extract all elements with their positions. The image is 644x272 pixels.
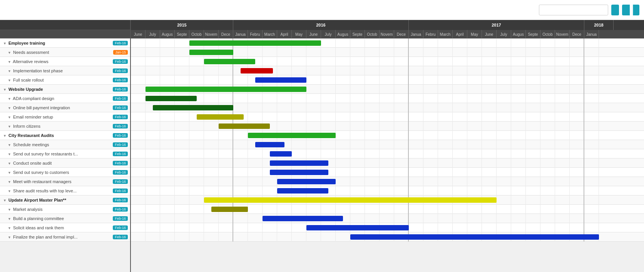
month-col: [277, 48, 292, 57]
month-col: [584, 85, 599, 94]
gantt-bar[interactable]: [211, 207, 248, 212]
month-col: [409, 57, 423, 66]
month-col: [423, 122, 438, 131]
month-col: [204, 140, 219, 149]
month-col: [160, 205, 175, 214]
month-col: [423, 75, 438, 85]
month-col: [189, 195, 204, 205]
gantt-bar[interactable]: [350, 234, 599, 240]
month-col: [570, 140, 584, 149]
gantt-bar[interactable]: [277, 179, 336, 184]
month-col: [453, 205, 467, 214]
gantt-bar[interactable]: [146, 87, 306, 92]
list-item[interactable]: ▼ Meet with restaurant managersFeb-16: [0, 177, 130, 186]
month-col: [306, 149, 321, 159]
month-header-cell: July: [497, 30, 511, 38]
list-item[interactable]: ▼ Share audit results with top leve...Fe…: [0, 186, 130, 195]
search-input[interactable]: [539, 5, 608, 15]
chevron-down-icon: ▼: [8, 51, 11, 55]
month-col: [555, 66, 570, 75]
chevron-down-icon: ▼: [3, 134, 7, 138]
list-item[interactable]: ▼ Employee trainingFeb-16: [0, 38, 130, 48]
list-item[interactable]: ▼ Online bill payment integrationFeb-16: [0, 103, 130, 112]
gantt-bar[interactable]: [189, 40, 321, 46]
gantt-bar[interactable]: [204, 59, 255, 64]
month-col: [248, 214, 263, 223]
gantt-bar[interactable]: [146, 96, 197, 101]
gantt-bar[interactable]: [270, 151, 292, 157]
list-item[interactable]: ▼ Send out survey for restaurants t...Fe…: [0, 149, 130, 159]
list-item[interactable]: ▼ Website UpgradeFeb-16: [0, 85, 130, 94]
list-item[interactable]: ▼ Send out survey to customersFeb-16: [0, 168, 130, 177]
month-col: [160, 214, 175, 223]
list-item[interactable]: ▼ Inform citizensFeb-16: [0, 122, 130, 131]
month-col: [482, 122, 497, 131]
month-col: [160, 195, 175, 205]
list-item[interactable]: ▼ Needs assessmentJan-15: [0, 48, 130, 57]
list-item[interactable]: ▼ Build a planning committeeFeb-16: [0, 214, 130, 223]
gantt-bar[interactable]: [277, 188, 328, 194]
month-col: [511, 112, 526, 122]
chevron-down-icon: ▼: [8, 78, 11, 82]
dropdown-button[interactable]: [633, 5, 639, 15]
gantt-bar[interactable]: [263, 216, 343, 221]
gantt-bar[interactable]: [241, 68, 273, 73]
month-header-cell: Febru: [248, 30, 263, 38]
gantt-bar[interactable]: [255, 142, 284, 147]
month-col: [175, 149, 189, 159]
month-col: [277, 57, 292, 66]
month-col: [526, 112, 540, 122]
gantt-bar[interactable]: [219, 123, 270, 129]
grid-button[interactable]: [622, 5, 630, 15]
month-col: [394, 140, 409, 149]
month-col: [350, 159, 365, 168]
month-col: [570, 75, 584, 85]
month-col: [131, 159, 146, 168]
list-item[interactable]: ▼ Finalize the plan and formal impl...Fe…: [0, 232, 130, 242]
month-col: [277, 223, 292, 232]
month-col: [497, 85, 511, 94]
month-col: [380, 214, 394, 223]
month-col: [497, 94, 511, 103]
list-item[interactable]: ▼ Market analysisFeb-16: [0, 205, 130, 214]
gantt-bar[interactable]: [248, 133, 336, 138]
table-row: [131, 149, 644, 159]
gantt-bar[interactable]: [270, 170, 328, 175]
list-item[interactable]: ▼ Solicit ideas and rank themFeb-16: [0, 223, 130, 232]
month-col: [423, 205, 438, 214]
list-item[interactable]: ▼ Alternative reviewsFeb-16: [0, 57, 130, 66]
gantt-bar[interactable]: [153, 105, 233, 110]
month-col: [336, 112, 350, 122]
month-col: [365, 177, 380, 186]
gantt-bar[interactable]: [306, 225, 409, 230]
list-item[interactable]: ▼ Full scale rolloutFeb-16: [0, 75, 130, 85]
month-col: [540, 66, 555, 75]
gantt-bar[interactable]: [255, 77, 306, 83]
month-col: [365, 159, 380, 168]
list-item[interactable]: ▼ Email reminder setupFeb-16: [0, 112, 130, 122]
star-button[interactable]: [611, 5, 619, 15]
gantt-bar[interactable]: [189, 50, 233, 55]
month-col: [526, 122, 540, 131]
list-item[interactable]: ▼ ADA compliant designFeb-16: [0, 94, 130, 103]
list-item[interactable]: ▼ Update Airport Master Plan**Feb-16: [0, 195, 130, 205]
list-item[interactable]: ▼ Conduct onsite auditFeb-16: [0, 159, 130, 168]
gantt-bar[interactable]: [197, 114, 244, 120]
gantt-bar[interactable]: [204, 197, 497, 203]
month-col: [233, 186, 248, 195]
right-panel: 2015201620172018JuneJulyAugusSepteOctobN…: [131, 20, 644, 272]
gantt-bar[interactable]: [270, 160, 328, 166]
list-item[interactable]: ▼ City Restaurant AuditsFeb-16: [0, 131, 130, 140]
month-col: [146, 75, 160, 85]
month-col: [394, 205, 409, 214]
table-row: [131, 140, 644, 149]
list-item[interactable]: ▼ Implementation test phaseFeb-16: [0, 66, 130, 75]
month-col: [394, 159, 409, 168]
list-item[interactable]: ▼ Schedule meetingsFeb-16: [0, 140, 130, 149]
month-col: [321, 75, 336, 85]
month-col: [175, 186, 189, 195]
month-col: [584, 214, 599, 223]
month-col: [380, 112, 394, 122]
month-col: [336, 205, 350, 214]
month-col: [555, 168, 570, 177]
